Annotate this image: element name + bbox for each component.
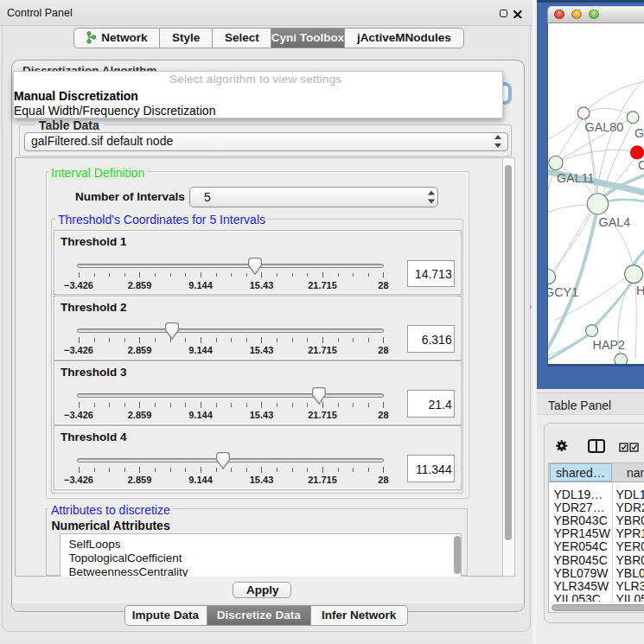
svg-text:GCY1: GCY1 [547, 285, 578, 299]
svg-text:HAP2: HAP2 [593, 338, 626, 352]
svg-text:GAL11: GAL11 [557, 171, 595, 185]
svg-text:GAL4: GAL4 [598, 215, 630, 229]
svg-text:GAL80: GAL80 [585, 120, 624, 134]
svg-text:H: H [636, 284, 644, 297]
svg-text:C: C [638, 158, 644, 172]
svg-text:GA: GA [634, 126, 644, 140]
